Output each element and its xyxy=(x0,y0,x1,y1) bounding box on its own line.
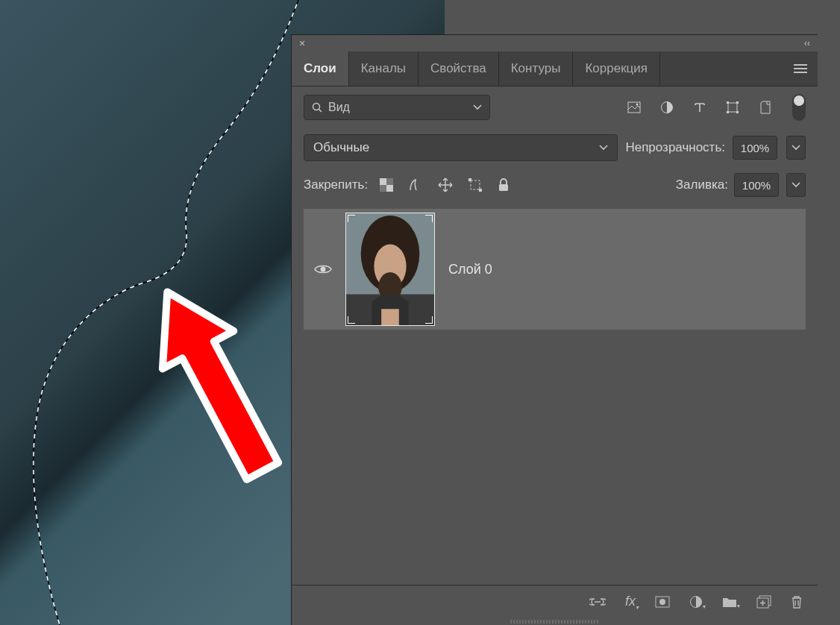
layers-bottom-toolbar: fx▾ ▾ ▾ xyxy=(292,585,818,618)
lock-position-icon[interactable] xyxy=(438,178,453,192)
svg-rect-12 xyxy=(736,111,739,113)
fill-label[interactable]: Заливка: xyxy=(676,178,728,192)
panel-tabs: Слои Каналы Свойства Контуры Коррекция xyxy=(292,51,818,86)
link-layers-icon[interactable] xyxy=(589,597,606,606)
tab-label: Коррекция xyxy=(585,61,648,76)
lock-all-icon[interactable] xyxy=(498,178,510,192)
tab-channels[interactable]: Каналы xyxy=(349,51,419,86)
svg-rect-10 xyxy=(736,101,739,104)
fill-chevron[interactable] xyxy=(786,173,806,197)
svg-rect-19 xyxy=(479,189,482,192)
svg-rect-18 xyxy=(468,178,471,181)
lock-image-icon[interactable] xyxy=(408,178,423,192)
add-mask-icon[interactable] xyxy=(655,596,670,608)
annotation-arrow xyxy=(134,257,298,511)
filter-smartobject-icon[interactable] xyxy=(758,100,773,115)
layer-row[interactable]: Слой 0 xyxy=(304,209,806,330)
panel-title-bar[interactable]: × ‹‹ xyxy=(292,35,818,51)
lock-transparency-icon[interactable] xyxy=(380,178,393,192)
layer-thumbnail[interactable] xyxy=(345,213,435,326)
visibility-toggle-icon[interactable] xyxy=(314,263,332,275)
chevron-down-icon xyxy=(473,104,482,110)
lock-artboard-icon[interactable] xyxy=(468,178,483,192)
svg-line-4 xyxy=(319,110,322,113)
tab-label: Контуры xyxy=(511,61,561,76)
tab-adjustments[interactable]: Коррекция xyxy=(573,51,660,86)
tab-layers[interactable]: Слои xyxy=(292,51,349,86)
svg-rect-20 xyxy=(499,184,508,191)
svg-rect-8 xyxy=(728,103,737,112)
filter-label: Вид xyxy=(328,101,350,114)
layers-panel: × ‹‹ Слои Каналы Свойства Контуры Коррек… xyxy=(291,34,818,625)
svg-rect-9 xyxy=(727,101,729,104)
svg-rect-14 xyxy=(386,185,393,192)
svg-rect-17 xyxy=(471,180,480,189)
opacity-label[interactable]: Непрозрачность: xyxy=(625,140,725,155)
filter-adjustment-icon[interactable] xyxy=(659,100,674,115)
filter-type-icon[interactable] xyxy=(692,100,707,115)
svg-rect-15 xyxy=(386,178,393,185)
close-icon[interactable]: × xyxy=(299,37,305,49)
chevron-down-icon xyxy=(599,145,608,151)
tab-label: Свойства xyxy=(430,61,486,76)
svg-rect-27 xyxy=(381,309,399,325)
svg-rect-13 xyxy=(380,178,386,185)
layer-style-icon[interactable]: fx▾ xyxy=(625,594,636,609)
svg-point-29 xyxy=(659,599,665,605)
svg-rect-16 xyxy=(380,185,386,192)
lock-label: Закрепить: xyxy=(304,178,368,192)
new-layer-icon[interactable] xyxy=(756,595,771,609)
panel-resize-grip[interactable] xyxy=(292,618,818,625)
search-icon xyxy=(312,102,322,113)
svg-rect-11 xyxy=(727,111,729,113)
collapse-icon[interactable]: ‹‹ xyxy=(804,38,810,48)
blend-mode-value: Обычные xyxy=(313,140,369,155)
filter-row: Вид xyxy=(292,87,818,128)
panel-menu-icon[interactable] xyxy=(783,51,818,86)
blend-row: Обычные Непрозрачность: 100% xyxy=(292,128,818,167)
lock-row: Закрепить: Заливка: 100% xyxy=(292,167,818,207)
tab-label: Каналы xyxy=(361,61,406,76)
layer-list[interactable]: Слой 0 xyxy=(292,207,818,585)
new-group-icon[interactable]: ▾ xyxy=(722,596,737,608)
filter-toggle[interactable] xyxy=(792,94,806,121)
layer-name-label[interactable]: Слой 0 xyxy=(448,262,492,277)
tab-properties[interactable]: Свойства xyxy=(419,51,499,86)
tab-paths[interactable]: Контуры xyxy=(499,51,574,86)
opacity-chevron[interactable] xyxy=(786,136,806,160)
filter-pixel-icon[interactable] xyxy=(627,100,642,115)
delete-layer-icon[interactable] xyxy=(791,595,803,609)
fill-input[interactable]: 100% xyxy=(734,173,779,197)
opacity-input[interactable]: 100% xyxy=(733,136,777,160)
blend-mode-select[interactable]: Обычные xyxy=(304,134,618,161)
new-adjustment-layer-icon[interactable]: ▾ xyxy=(689,595,703,609)
svg-point-6 xyxy=(636,104,639,106)
tab-label: Слои xyxy=(304,61,336,76)
svg-point-21 xyxy=(321,267,326,272)
svg-point-3 xyxy=(313,104,320,110)
filter-shape-icon[interactable] xyxy=(725,100,740,115)
layer-kind-filter[interactable]: Вид xyxy=(304,95,490,120)
